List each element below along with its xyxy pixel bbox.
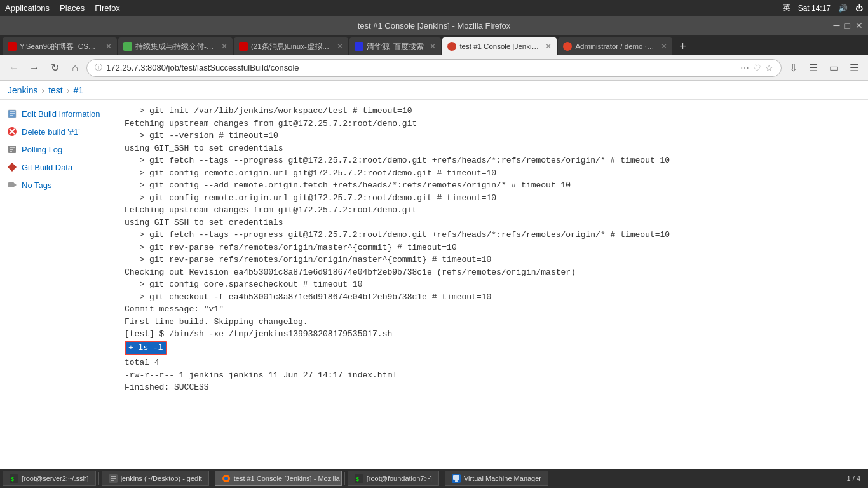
bookmarks-icon[interactable]: ⋯	[740, 63, 749, 73]
tab-close-0[interactable]: ✕	[105, 42, 112, 51]
taskbar-item-2[interactable]: test #1 Console [Jenkins] - Mozilla ...	[215, 471, 342, 486]
tab-close-5[interactable]: ✕	[661, 42, 667, 51]
svg-rect-26	[455, 480, 458, 482]
reading-mode-icon[interactable]: ♡	[753, 63, 761, 73]
sidebar-item-4[interactable]: No Tags	[0, 176, 114, 194]
synced-tabs-button[interactable]: ▭	[825, 59, 843, 77]
tab-close-3[interactable]: ✕	[430, 42, 436, 51]
sidebar-item-1[interactable]: Delete build '#1'	[0, 123, 114, 140]
taskbar-icon-3: $_	[355, 474, 363, 483]
tab-label-3: 清华源_百度搜索	[367, 42, 424, 51]
taskbar-label-2: test #1 Console [Jenkins] - Mozilla ...	[234, 475, 342, 482]
window-controls[interactable]: ─ □ ✕	[834, 20, 863, 30]
url-protocol-icon: ⓘ	[95, 62, 102, 73]
firefox-menu[interactable]: Firefox	[95, 3, 120, 13]
maximize-button[interactable]: □	[845, 20, 850, 30]
url-bar[interactable]: ⓘ 172.25.7.3:8080/job/test/lastSuccessfu…	[86, 59, 782, 77]
tab-close-1[interactable]: ✕	[221, 42, 227, 51]
sidebar-item-3[interactable]: Git Build Data	[0, 158, 114, 176]
console-line-9: using GIT_SSH to set credentials	[125, 217, 858, 229]
sidebar-label-2: Polling Log	[22, 145, 62, 154]
svg-point-21	[224, 477, 228, 480]
tab-label-4: test #1 Console [Jenkins]	[459, 43, 539, 50]
home-button[interactable]: ⌂	[66, 59, 84, 77]
taskbar-sep-0	[98, 472, 99, 485]
url-text[interactable]: 172.25.7.3:8080/job/test/lastSuccessfulB…	[106, 63, 736, 72]
svg-text:$_: $_	[356, 476, 363, 482]
console-line-0: > git init /var/lib/jenkins/workspace/te…	[125, 105, 858, 118]
places-menu[interactable]: Places	[60, 3, 85, 13]
breadcrumb-item-2[interactable]: #1	[73, 85, 83, 95]
console-line-12: > git rev-parse refs/remotes/origin/orig…	[125, 254, 858, 266]
console-line-18: [test] $ /bin/sh -xe /tmp/jenkins1399382…	[125, 328, 858, 341]
sidebar-label-4: No Tags	[22, 180, 51, 190]
tab-favicon-4	[447, 42, 456, 51]
svg-marker-13	[14, 183, 17, 187]
sidebar-label-1: Delete build '#1'	[22, 127, 80, 137]
tab-close-4[interactable]: ✕	[545, 42, 552, 51]
tab-label-1: 持续集成与持续交付-git...	[135, 42, 215, 51]
clock: Sat 14:17	[798, 4, 831, 13]
sidebar-icon-4	[6, 179, 18, 191]
sidebar-icon-2	[6, 144, 18, 155]
sidebar-label-3: Git Build Data	[22, 163, 72, 172]
download-button[interactable]: ⇩	[784, 59, 802, 77]
console-line-10: > git fetch --tags --progress git@172.25…	[125, 229, 858, 241]
console-line-23: Finished: SUCCESS	[125, 381, 858, 394]
tab-label-0: YiSean96的博客_CSDN博...	[20, 42, 100, 51]
console-line-13: Checking out Revision ea4b53001c8a871e6d…	[125, 266, 858, 279]
console-line-2: > git --version # timeout=10	[125, 130, 858, 142]
applications-menu[interactable]: Applications	[5, 3, 50, 13]
browser-tab-0[interactable]: YiSean96的博客_CSDN博...✕	[3, 37, 117, 55]
console-line-17: First time build. Skipping changelog.	[125, 316, 858, 329]
back-button[interactable]: ←	[5, 59, 23, 77]
minimize-button[interactable]: ─	[834, 20, 840, 30]
console-line-6: > git config --add remote.origin.fetch +…	[125, 179, 858, 192]
sidebar-item-0[interactable]: Edit Build Information	[0, 105, 114, 123]
taskbar-sep-1	[212, 472, 212, 485]
breadcrumb-item-0[interactable]: Jenkins	[8, 85, 37, 95]
star-icon[interactable]: ☆	[765, 63, 773, 73]
browser-tab-2[interactable]: (21条消息)Linux-虚拟机...✕	[234, 37, 348, 55]
volume-icon[interactable]: 🔊	[838, 4, 848, 13]
svg-text:$_: $_	[11, 476, 18, 482]
browser-title-bar: test #1 Console [Jenkins] - Mozilla Fire…	[0, 16, 868, 35]
close-button[interactable]: ✕	[855, 20, 863, 30]
bookmarks-sidebar-button[interactable]: ☰	[804, 59, 822, 77]
taskbar: $_[root@server2:~/.ssh]jenkins (~/Deskto…	[0, 469, 868, 488]
new-tab-button[interactable]: +	[674, 37, 691, 55]
browser-tab-4[interactable]: test #1 Console [Jenkins]✕	[442, 37, 557, 55]
taskbar-item-4[interactable]: Virtual Machine Manager	[445, 471, 548, 486]
console-line-1: Fetching upstream changes from git@172.2…	[125, 118, 858, 130]
taskbar-item-3[interactable]: $_[root@foundation7:~]	[348, 471, 439, 486]
forward-button[interactable]: →	[25, 59, 43, 77]
browser-tab-3[interactable]: 清华源_百度搜索✕	[349, 37, 441, 55]
page-container: Edit Build InformationDelete build '#1'P…	[0, 100, 868, 488]
taskbar-item-0[interactable]: $_[root@server2:~/.ssh]	[3, 471, 96, 486]
taskbar-icon-2	[222, 474, 231, 483]
breadcrumb-item-1[interactable]: test	[48, 85, 63, 95]
tab-label-2: (21条消息)Linux-虚拟机...	[251, 42, 331, 51]
tab-close-2[interactable]: ✕	[337, 42, 343, 51]
taskbar-icon-1	[109, 474, 118, 483]
svg-rect-12	[8, 182, 14, 187]
taskbar-item-1[interactable]: jenkins (~/Desktop) - gedit	[102, 471, 209, 486]
browser-tab-5[interactable]: Administrator / demo · G...✕	[558, 37, 672, 55]
reload-button[interactable]: ↻	[46, 59, 64, 77]
taskbar-label-3: [root@foundation7:~]	[367, 475, 432, 482]
console-line-21: -rw-r--r-- 1 jenkins jenkins 11 Jun 27 1…	[125, 369, 858, 382]
sidebar: Edit Build InformationDelete build '#1'P…	[0, 100, 114, 488]
taskbar-icon-0: $_	[10, 474, 18, 483]
taskbar-label-0: [root@server2:~/.ssh]	[22, 475, 89, 482]
browser-tab-1[interactable]: 持续集成与持续交付-git...✕	[118, 37, 233, 55]
taskbar-sep-3	[442, 472, 442, 485]
tab-favicon-1	[123, 42, 132, 51]
console-line-19: + ls -l	[125, 341, 858, 356]
menu-button[interactable]: ☰	[845, 59, 863, 77]
console-line-11: > git rev-parse refs/remotes/origin/mast…	[125, 241, 858, 254]
power-icon[interactable]: ⏻	[855, 4, 863, 13]
sidebar-item-2[interactable]: Polling Log	[0, 140, 114, 158]
browser-title: test #1 Console [Jenkins] - Mozilla Fire…	[358, 21, 511, 30]
breadcrumb: Jenkins›test›#1	[0, 81, 868, 100]
console-line-15: > git checkout -f ea4b53001c8a871e6d9186…	[125, 291, 858, 304]
